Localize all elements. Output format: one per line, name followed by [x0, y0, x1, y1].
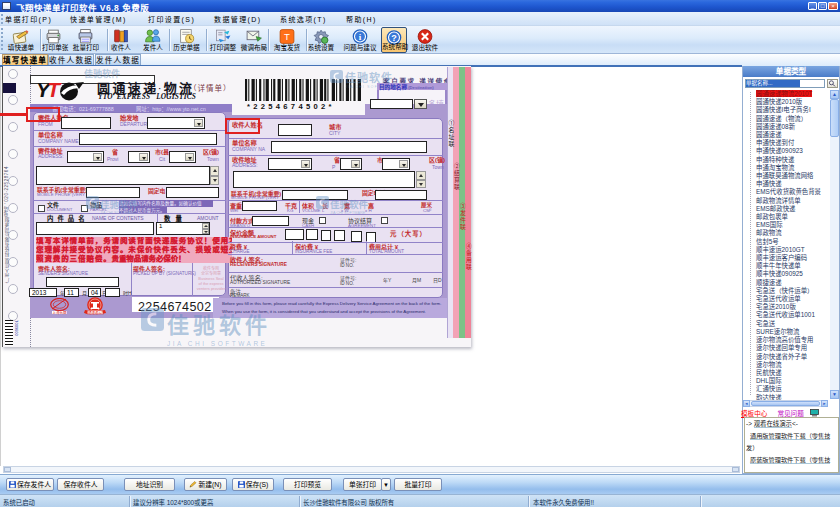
svg-text:上海长圆: 上海长圆: [52, 310, 67, 315]
svg-text:T: T: [284, 31, 290, 42]
svg-text:圆通速递公司: 圆通速递公司: [85, 310, 104, 315]
